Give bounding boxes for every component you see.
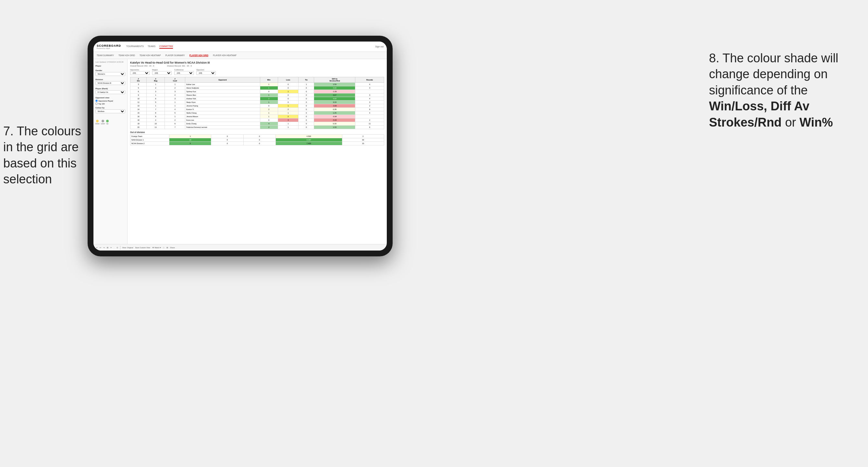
cell-conf: 7 xyxy=(165,126,185,129)
legend-down-label: Down xyxy=(95,123,100,125)
filter-opponent-label: Opponent xyxy=(196,69,216,71)
cell-diff: 1.33 xyxy=(314,126,355,129)
toolbar-layout[interactable]: □· xyxy=(163,247,164,249)
colour-by-label: Colour by xyxy=(95,107,125,109)
cell-loss: 0 xyxy=(211,142,243,145)
cell-div: 18 xyxy=(130,119,147,122)
sidebar-division-select[interactable]: NCAA Division III xyxy=(95,81,125,85)
table-row: NAIA Division 1 15 0 0 9.267 30 xyxy=(130,138,384,142)
cell-diff: -5.00 xyxy=(314,119,355,122)
filter-region-select[interactable]: (All) xyxy=(152,71,172,75)
cell-conf: 1 xyxy=(165,83,185,86)
filter-conference-select[interactable]: (All) xyxy=(174,71,194,75)
toolbar-watch[interactable]: 👁 Watch ▾ xyxy=(152,247,161,249)
cell-conf: 6 xyxy=(165,122,185,126)
cell-loss: 1 xyxy=(278,104,299,108)
table-row: 19 10 6 Emily Chang 4 1 0 0.30 11 xyxy=(130,122,384,126)
nav-bar: SCOREBOARD Powered by clippd TOURNAMENTS… xyxy=(93,41,387,52)
cell-win: 1 xyxy=(260,93,278,97)
radio-opponents-played[interactable]: Opponents Played xyxy=(95,100,125,102)
nav-teams[interactable]: TEAMS xyxy=(148,44,155,49)
table-row: 11 5 1 Heeju Hyun 1 0 0 3.33 3 xyxy=(130,101,384,104)
cell-diff: 9.267 xyxy=(276,138,342,142)
cell-diff: 3.67 xyxy=(314,93,355,97)
subnav-team-h2h-heatmap[interactable]: TEAM H2H HEATMAP xyxy=(140,54,161,57)
cell-loss: 1 xyxy=(278,90,299,93)
annotation-right: 8. The colour shade will change dependin… xyxy=(709,50,865,130)
th-diff: Diff AvStrokes/Rnd xyxy=(314,77,355,83)
subnav-player-h2h-grid[interactable]: PLAYER H2H GRID xyxy=(189,54,209,57)
cell-rounds: 3 xyxy=(355,86,384,90)
toolbar-share-grid[interactable]: ⊞ xyxy=(166,247,168,249)
cell-loss: 1 xyxy=(278,126,299,129)
cell-div: 19 xyxy=(130,122,147,126)
tablet-shell: SCOREBOARD Powered by clippd TOURNAMENTS… xyxy=(88,36,393,256)
subnav-team-summary[interactable]: TEAM SUMMARY xyxy=(97,54,114,57)
cell-win: 0 xyxy=(260,90,278,93)
filter-conference: Conference (All) xyxy=(174,69,194,75)
cell-loss: 3 xyxy=(278,119,299,122)
nav-sign-out[interactable]: Sign out xyxy=(375,45,383,48)
subnav-team-h2h-grid[interactable]: TEAM H2H GRID xyxy=(118,54,135,57)
bottom-toolbar: ↩ ↩ ↪ ⊞ ✂ · ⊙ View: Original Save Custom… xyxy=(127,244,387,251)
legend-up-label: Up xyxy=(106,123,108,125)
out-of-division-table: Foreign Team 1 0 0 4.500 2 NAIA Division… xyxy=(130,134,384,145)
cell-conf: 1 xyxy=(165,104,185,108)
cell-rounds xyxy=(355,115,384,119)
logo-sub: Powered by clippd xyxy=(97,48,121,49)
subnav-player-summary[interactable]: PLAYER SUMMARY xyxy=(165,54,185,57)
table-row: 10 6 3 Andrea York 2 0 0 4.00 4 xyxy=(130,97,384,101)
table-row: 14 7 4 Eunice Yi 2 2 0 0.38 9 xyxy=(130,108,384,111)
sidebar-player-rank-select[interactable]: 8. Katelyn Vo xyxy=(95,90,125,94)
subnav-player-h2h-heatmap[interactable]: PLAYER H2H HEATMAP xyxy=(213,54,237,57)
nav-committee[interactable]: COMMITTEE xyxy=(159,44,173,49)
cell-rounds: 9 xyxy=(355,108,384,111)
cell-rounds: 11 xyxy=(355,122,384,126)
nav-tournaments[interactable]: TOURNAMENTS xyxy=(126,44,144,49)
cell-loss: 0 xyxy=(278,83,299,86)
table-row: 5 2 2 Alexis Sudjianto 1 0 0 4.00 3 xyxy=(130,86,384,90)
cell-tie: 0 xyxy=(299,126,314,129)
cell-conf: 1 xyxy=(165,115,185,119)
cell-opponent: Jessica Huang xyxy=(185,104,260,108)
cell-loss: 0 xyxy=(278,86,299,90)
cell-rounds: 3 xyxy=(355,101,384,104)
cell-conf: 1 xyxy=(165,101,185,104)
cell-rounds: 10 xyxy=(342,142,384,145)
table-row: 18 2 2 Euna Lee 0 3 0 -5.00 2 xyxy=(130,119,384,122)
cell-opponent: Alexis Sudjianto xyxy=(185,86,260,90)
cell-loss: 1 xyxy=(278,111,299,115)
annotation-left: 7. The colours in the grid are based on … xyxy=(3,123,88,188)
cell-reg: 6 xyxy=(147,97,165,101)
cell-reg: 1 xyxy=(147,83,165,86)
toolbar-view-original[interactable]: View: Original xyxy=(127,247,133,249)
colour-by-select[interactable]: Win/loss xyxy=(95,110,125,113)
cell-tie: 0 xyxy=(299,119,314,122)
filter-opponent-select[interactable]: (All) xyxy=(196,71,216,75)
toolbar-save-custom[interactable]: Save Custom View xyxy=(135,247,150,249)
cell-reg: 5 xyxy=(147,101,165,104)
cell-loss: 2 xyxy=(278,108,299,111)
cell-win: 15 xyxy=(169,138,211,142)
cell-opponent: Stella Cheng xyxy=(185,111,260,115)
panel-records: Overall Record: 353 - 34 - 6 Division Re… xyxy=(130,65,384,67)
radio-top100[interactable]: Top 100 xyxy=(95,102,125,105)
sidebar-division-label: Division xyxy=(95,79,125,81)
cell-reg: 1 xyxy=(147,104,165,108)
cell-rounds: 3 xyxy=(355,93,384,97)
nav-links: TOURNAMENTS TEAMS COMMITTEE xyxy=(126,44,375,49)
cell-win: 1 xyxy=(260,115,278,119)
cell-diff: -3.00 xyxy=(314,104,355,108)
toolbar-share[interactable]: Share xyxy=(170,247,175,249)
cell-tie: 0 xyxy=(243,142,276,145)
cell-diff: -1.00 xyxy=(314,90,355,93)
filter-opponents-select[interactable]: (All) xyxy=(130,71,150,75)
sidebar-gender-select[interactable]: Women's xyxy=(95,72,125,76)
sidebar: Last Updated: 27/03/2024 16:55:38 Player… xyxy=(93,59,127,251)
cell-conf: 3 xyxy=(165,97,185,101)
cell-div: 11 xyxy=(130,101,147,104)
cell-reg: 9 xyxy=(147,115,165,119)
cell-opponent: Heeju Hyun xyxy=(185,101,260,104)
sidebar-player-section: Player xyxy=(95,65,125,67)
cell-rounds: 2 xyxy=(342,135,384,138)
